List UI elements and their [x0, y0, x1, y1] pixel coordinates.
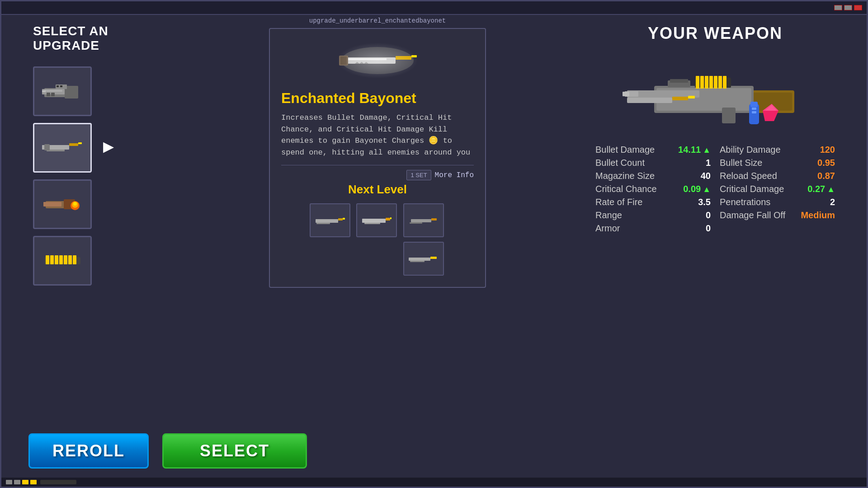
- damage-fall-off-label: Damage Fall Off: [720, 210, 785, 221]
- svg-rect-69: [722, 108, 736, 123]
- fire-weapon-icon: [43, 193, 82, 216]
- ability-damage-label: Ability Damage: [720, 145, 781, 155]
- status-dot-3: [30, 480, 37, 484]
- svg-rect-4: [47, 93, 50, 96]
- svg-rect-14: [44, 144, 50, 150]
- stat-damage-fall-off: Damage Fall Off Medium: [720, 210, 835, 221]
- upgrade-list: ▶: [33, 66, 160, 286]
- next-level-weapon-2: [409, 216, 438, 225]
- reload-speed-value: 0.87: [817, 171, 835, 181]
- svg-rect-39: [343, 218, 345, 220]
- upgrade-item-0[interactable]: [33, 66, 92, 116]
- status-dot-2: [22, 480, 28, 484]
- stat-critical-damage: Critical Damage 0.27 ▲: [720, 184, 835, 194]
- svg-rect-11: [69, 143, 78, 146]
- bullet-count-value: 1: [706, 158, 711, 168]
- penetrations-label: Penetrations: [720, 197, 770, 207]
- next-level-weapon-0: [316, 216, 345, 225]
- bayonet-glow: [337, 42, 418, 79]
- status-bar: [1, 478, 867, 487]
- bullet-size-value: 0.95: [817, 158, 835, 168]
- selected-arrow: ▶: [103, 139, 114, 157]
- next-level-item-3: [403, 242, 444, 276]
- next-level-item-2: [403, 203, 444, 237]
- next-level-section: Next Level: [281, 183, 474, 276]
- upgrade-item-0-icon: [42, 78, 83, 105]
- svg-rect-60: [700, 76, 704, 89]
- critical-chance-up-arrow: ▲: [703, 185, 711, 193]
- bullet-damage-label: Bullet Damage: [595, 145, 655, 155]
- upgrade-name: Enchanted Bayonet: [281, 90, 474, 107]
- stat-range: Range 0: [595, 210, 711, 221]
- armor-label: Armor: [595, 223, 620, 234]
- card-divider: [281, 165, 474, 165]
- main-content: SELECT AN UPGRADE: [28, 15, 840, 473]
- svg-rect-40: [316, 223, 330, 224]
- reroll-button[interactable]: REROLL: [28, 433, 149, 469]
- status-dot-0: [6, 480, 12, 484]
- svg-rect-64: [718, 76, 722, 89]
- more-info-btn[interactable]: 1 SET: [406, 170, 431, 180]
- upgrade-selection-panel: SELECT AN UPGRADE: [28, 15, 169, 473]
- stat-ability-damage: Ability Damage 120: [720, 145, 835, 155]
- svg-rect-26: [64, 255, 67, 264]
- bullet-damage-value: 14.11 ▲: [678, 145, 711, 155]
- stat-magazine-size: Magazine Size 40: [595, 171, 711, 181]
- svg-rect-67: [672, 97, 688, 100]
- svg-rect-3: [44, 90, 62, 92]
- penetrations-value: 2: [830, 197, 835, 207]
- upgrade-card-image: [281, 38, 474, 83]
- upgrade-item-1[interactable]: [33, 123, 92, 173]
- stat-critical-chance: Critical Chance 0.09 ▲: [595, 184, 711, 194]
- magazine-size-label: Magazine Size: [595, 171, 655, 181]
- minimize-btn[interactable]: [834, 5, 842, 10]
- svg-rect-57: [623, 92, 629, 96]
- svg-rect-44: [364, 223, 380, 224]
- svg-rect-72: [752, 108, 756, 110]
- next-level-item-0: [310, 203, 350, 237]
- critical-chance-label: Critical Chance: [595, 184, 657, 194]
- bottom-buttons: REROLL SELECT: [28, 433, 840, 469]
- next-level-title: Next Level: [281, 183, 474, 197]
- svg-rect-71: [750, 102, 758, 107]
- ability-damage-value: 120: [820, 145, 835, 155]
- svg-rect-28: [73, 255, 76, 264]
- svg-rect-9: [42, 90, 46, 92]
- window-controls: [834, 5, 862, 10]
- upgrade-row-2: [33, 179, 160, 229]
- upgrade-item-2[interactable]: [33, 179, 92, 229]
- stat-bullet-damage: Bullet Damage 14.11 ▲: [595, 145, 711, 155]
- ammo-strip-icon: [42, 252, 83, 270]
- rate-of-fire-label: Rate of Fire: [595, 197, 642, 207]
- stats-grid: Bullet Damage 14.11 ▲ Ability Damage 120…: [595, 145, 835, 234]
- svg-rect-59: [696, 76, 699, 89]
- stat-rate-of-fire: Rate of Fire 3.5: [595, 197, 711, 207]
- svg-rect-62: [709, 76, 713, 89]
- svg-rect-7: [57, 85, 59, 87]
- gun-upgrade-icon: [42, 79, 83, 104]
- more-info-label[interactable]: More Info: [435, 171, 474, 179]
- reload-speed-label: Reload Speed: [720, 171, 777, 181]
- upgrade-item-2-icon: [42, 191, 83, 218]
- weapon-stats-panel: YOUR WEAPON: [586, 15, 840, 473]
- upgrade-item-3[interactable]: [33, 236, 92, 286]
- next-level-weapon-1: [362, 216, 392, 225]
- select-button[interactable]: SELECT: [162, 433, 307, 469]
- bullet-size-label: Bullet Size: [720, 158, 763, 168]
- your-weapon-title: YOUR WEAPON: [595, 24, 835, 43]
- svg-rect-63: [714, 76, 717, 89]
- svg-rect-73: [752, 111, 756, 113]
- close-btn[interactable]: [854, 5, 862, 10]
- bayonet-icon: [42, 139, 83, 157]
- svg-rect-12: [78, 142, 82, 144]
- svg-rect-41: [362, 219, 386, 223]
- svg-rect-25: [59, 255, 63, 264]
- weapon-main-svg: [618, 54, 812, 131]
- critical-damage-value: 0.27 ▲: [807, 184, 835, 194]
- critical-chance-value: 0.09 ▲: [683, 184, 711, 194]
- svg-rect-16: [43, 202, 61, 206]
- upgrade-item-1-icon: [42, 134, 83, 161]
- stat-armor: Armor 0: [595, 223, 711, 234]
- svg-rect-43: [390, 217, 392, 219]
- maximize-btn[interactable]: [844, 5, 852, 10]
